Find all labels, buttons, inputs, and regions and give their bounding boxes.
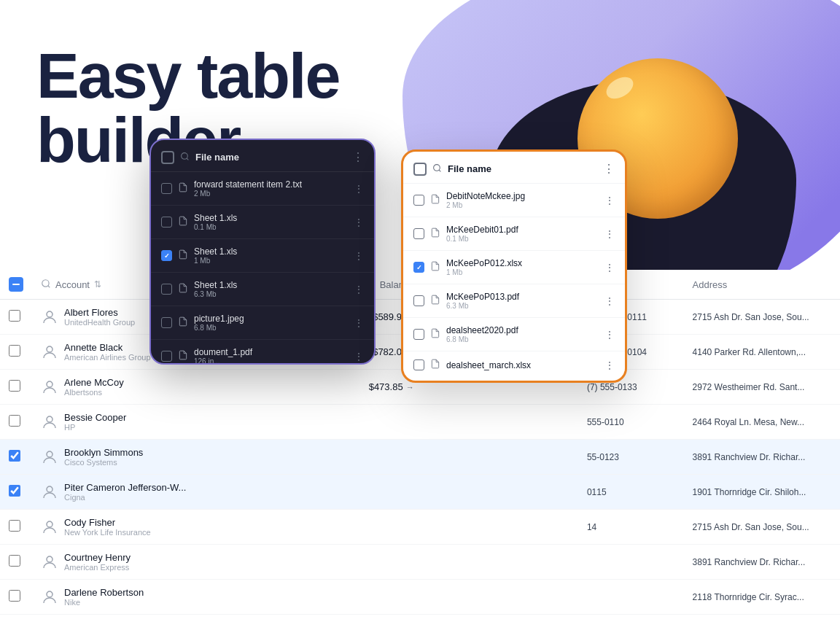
file-more-button[interactable]: ⋮ (354, 317, 364, 329)
file-more-button[interactable]: ⋮ (604, 195, 615, 206)
file-checkbox[interactable] (413, 295, 424, 306)
svg-point-0 (42, 279, 49, 286)
file-type-icon (430, 359, 440, 371)
account-name: Courtney Henry (64, 552, 131, 563)
card-left-file-list: forward statement item 2.txt 2 Mb⋮ Sheet… (151, 172, 374, 365)
row-select-checkbox[interactable] (9, 415, 20, 427)
row-select-checkbox[interactable] (9, 485, 20, 497)
card-right-search-icon[interactable] (432, 163, 442, 175)
row-select-checkbox[interactable] (9, 450, 20, 462)
file-checkbox[interactable] (161, 183, 172, 194)
file-checkbox[interactable] (161, 317, 172, 328)
file-size: 6.8 Mb (194, 324, 348, 332)
file-name: dealsheet2020.pdf (446, 325, 599, 335)
file-more-button[interactable]: ⋮ (354, 250, 364, 262)
svg-point-5 (47, 451, 52, 457)
file-size: 0.1 Mb (446, 235, 599, 243)
row-balance-cell (339, 440, 423, 475)
file-checkbox[interactable] (161, 217, 172, 228)
row-phone-cell: 14 (578, 510, 684, 545)
file-type-icon (430, 228, 440, 240)
select-all-minus[interactable] (9, 277, 23, 292)
file-checkbox[interactable] (413, 195, 424, 206)
file-checkbox[interactable] (413, 359, 424, 370)
sort-icon[interactable]: ⇅ (94, 279, 101, 289)
row-account-cell: Bessie Cooper HP (32, 405, 243, 440)
row-select-checkbox[interactable] (9, 520, 20, 532)
table-row: Courtney Henry American Express 3891 Ran… (0, 545, 840, 580)
file-info: dealsheet2020.pdf 6.8 Mb (446, 325, 599, 343)
file-more-button[interactable]: ⋮ (604, 262, 615, 273)
file-info: McKeeDebit01.pdf 0.1 Mb (446, 225, 599, 243)
row-checkbox-cell[interactable] (0, 475, 32, 510)
select-all-header[interactable] (0, 270, 32, 300)
row-address-cell: 2972 Westheimer Rd. Sant... (684, 370, 840, 405)
row-account-cell: Arlene McCoy Albertsons (32, 370, 243, 405)
svg-point-3 (47, 381, 52, 387)
row-email-cell (423, 405, 578, 440)
row-select-checkbox[interactable] (9, 310, 20, 322)
row-checkbox-cell[interactable] (0, 440, 32, 475)
file-name: McKeePoP013.pdf (446, 292, 599, 302)
file-more-button[interactable]: ⋮ (604, 228, 615, 240)
file-more-button[interactable]: ⋮ (604, 295, 615, 307)
file-checkbox[interactable] (161, 284, 172, 295)
avatar-icon (41, 448, 58, 466)
card-left-checkbox[interactable] (161, 151, 174, 164)
file-size: 6.3 Mb (194, 290, 348, 298)
row-account-cell: Piter Cameron Jefferson-W... Cigna (32, 475, 243, 510)
card-left-more-icon[interactable]: ⋮ (352, 150, 364, 164)
row-email-cell (423, 440, 578, 475)
row-checkbox-cell[interactable] (0, 580, 32, 615)
row-select-checkbox[interactable] (9, 380, 20, 392)
file-row: Sheet 1.xls 1 Mb⋮ (151, 239, 374, 273)
file-more-button[interactable]: ⋮ (354, 351, 364, 362)
row-checkbox-cell[interactable] (0, 510, 32, 545)
row-checkbox-cell[interactable] (0, 335, 32, 370)
file-more-button[interactable]: ⋮ (604, 359, 615, 371)
file-checkbox[interactable] (161, 250, 172, 261)
row-checkbox-cell[interactable] (0, 545, 32, 580)
file-checkbox[interactable] (161, 351, 172, 362)
row-status-cell (243, 405, 339, 440)
row-select-checkbox[interactable] (9, 555, 20, 567)
file-info: McKeePoP013.pdf 6.3 Mb (446, 292, 599, 310)
card-left-header: File name ⋮ (151, 140, 374, 172)
file-type-icon (178, 182, 188, 195)
file-checkbox[interactable] (413, 228, 424, 239)
row-address-cell: 1901 Thornridge Cir. Shiloh... (684, 475, 840, 510)
avatar-icon (41, 483, 58, 501)
card-right-title: File name (448, 163, 597, 174)
card-right-checkbox[interactable] (413, 163, 427, 176)
file-row: picture1.jpeg 6.8 Mb⋮ (151, 306, 374, 340)
file-checkbox[interactable] (413, 329, 424, 340)
svg-point-11 (434, 164, 440, 171)
file-checkbox[interactable] (413, 262, 424, 273)
file-more-button[interactable]: ⋮ (354, 284, 364, 295)
file-more-button[interactable]: ⋮ (604, 329, 615, 341)
row-select-checkbox[interactable] (9, 345, 20, 357)
row-balance-cell (339, 475, 423, 510)
row-status-cell (243, 440, 339, 475)
row-status-cell (243, 510, 339, 545)
card-right-more-icon[interactable]: ⋮ (603, 162, 615, 176)
row-checkbox-cell[interactable] (0, 370, 32, 405)
card-left-search-icon[interactable] (180, 152, 190, 163)
row-checkbox-cell[interactable] (0, 405, 32, 440)
row-address-cell: 4140 Parker Rd. Allentown,... (684, 335, 840, 370)
file-more-button[interactable]: ⋮ (354, 217, 364, 228)
row-select-checkbox[interactable] (9, 590, 20, 602)
file-more-button[interactable]: ⋮ (354, 183, 364, 195)
row-checkbox-cell[interactable] (0, 300, 32, 335)
file-type-icon (430, 295, 440, 307)
file-name: dealsheet_march.xlsx (446, 360, 599, 370)
file-size: 2 Mb (446, 201, 599, 209)
avatar-icon (41, 308, 58, 326)
table-row: Piter Cameron Jefferson-W... Cigna 01151… (0, 475, 840, 510)
row-balance-cell (339, 545, 423, 580)
svg-point-9 (47, 591, 52, 597)
svg-point-6 (47, 486, 52, 492)
row-account-cell: Cody Fisher New York Life Insurance (32, 510, 243, 545)
row-account-cell: Darlene Robertson Nike (32, 580, 243, 615)
account-company: American Airlines Group (64, 353, 151, 362)
